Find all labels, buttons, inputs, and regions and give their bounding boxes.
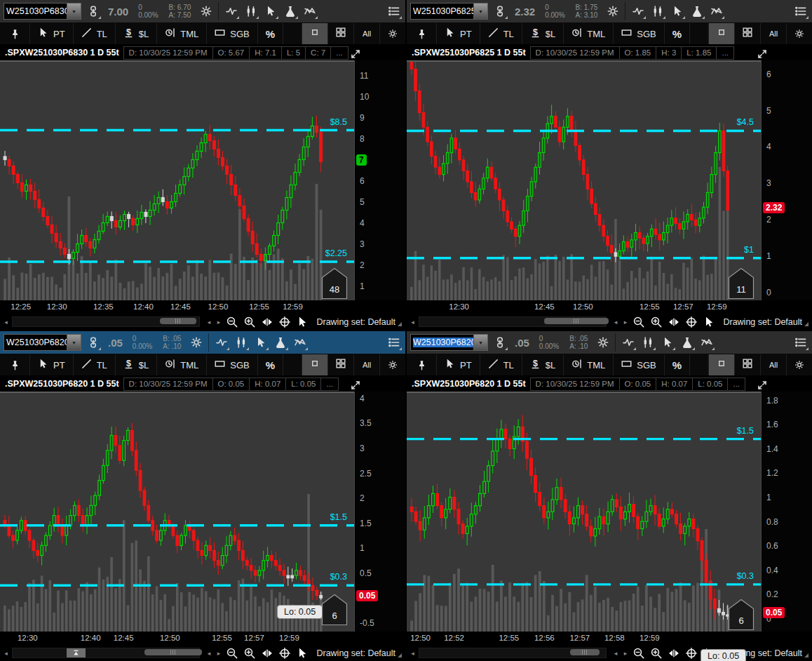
drawing-tool-tl[interactable]: TL — [74, 354, 116, 375]
crosshair-icon[interactable] — [684, 646, 699, 661]
scrollbar-track[interactable] — [12, 316, 200, 327]
zoom-in-icon[interactable] — [242, 314, 257, 330]
grid-layout-button[interactable] — [734, 23, 760, 44]
jump-to-start-button[interactable] — [67, 648, 86, 657]
gear-icon[interactable] — [603, 2, 622, 21]
analysis-flask-icon[interactable] — [271, 333, 290, 352]
candlestick-chart[interactable] — [407, 62, 761, 300]
chart-style-candle-icon[interactable] — [648, 2, 667, 21]
price-axis[interactable]: 65432102.32 — [761, 60, 812, 300]
drawing-tool-sgb[interactable]: SGB — [614, 23, 664, 44]
symbol-field[interactable]: W251030P6820 — [4, 334, 67, 351]
drawing-tool-tml[interactable]: TML — [564, 354, 614, 375]
pan-left-arrow[interactable]: ◂ — [611, 319, 619, 326]
symbol-input[interactable]: W251030P6830▼ — [4, 3, 81, 20]
pan-right-arrow[interactable]: ▸ — [621, 319, 629, 326]
zoom-in-icon[interactable] — [649, 314, 664, 330]
symbol-dropdown-button[interactable]: ▼ — [473, 334, 488, 351]
chart-style-candle-icon[interactable] — [241, 2, 260, 21]
pointer-cursor-icon[interactable] — [295, 314, 310, 330]
all-button[interactable]: All — [353, 354, 379, 375]
toolbar-gear-icon[interactable] — [379, 23, 405, 44]
scroll-left-arrow[interactable]: ◂ — [409, 650, 417, 657]
analysis-flask-icon[interactable] — [687, 2, 706, 21]
link-icon[interactable] — [490, 333, 509, 352]
drawing-tool-l[interactable]: $$L — [116, 354, 157, 375]
pan-left-arrow[interactable]: ◂ — [611, 650, 619, 657]
grid-layout-button[interactable] — [734, 354, 760, 375]
zoom-out-icon[interactable] — [224, 314, 240, 330]
studies-icon[interactable] — [618, 333, 637, 352]
symbol-dropdown-button[interactable]: ▼ — [473, 3, 488, 20]
chart-style-candle-icon[interactable] — [638, 333, 657, 352]
cursor-tool-icon[interactable] — [261, 2, 280, 21]
drawing-tool-pt[interactable]: PT — [437, 354, 480, 375]
pattern-tool-icon[interactable] — [707, 2, 726, 21]
symbol-field[interactable]: W251030P6820 — [410, 334, 473, 351]
price-axis[interactable]: 1.81.61.41.210.80.60.40.200.05 — [761, 392, 812, 632]
drawing-tool-l[interactable]: $$L — [522, 354, 564, 375]
drawing-tool-tml[interactable]: TML — [157, 354, 207, 375]
gear-icon[interactable] — [196, 2, 215, 21]
drawing-set-selector[interactable]: Drawing set: Default — [316, 317, 402, 327]
studies-icon[interactable] — [222, 2, 241, 21]
toolbar-gear-icon[interactable] — [786, 23, 812, 44]
all-button[interactable]: All — [760, 354, 786, 375]
scroll-left-arrow[interactable]: ◂ — [2, 319, 10, 326]
pan-right-arrow[interactable]: ▸ — [621, 650, 629, 657]
scrollbar-thumb[interactable] — [544, 318, 609, 324]
drawing-set-selector[interactable]: Drawing set: Default — [723, 317, 808, 327]
grid-layout-button[interactable] — [327, 23, 353, 44]
crosshair-icon[interactable] — [277, 314, 292, 330]
zoom-in-icon[interactable] — [649, 646, 664, 661]
menu-list-icon[interactable] — [384, 2, 403, 21]
pan-right-arrow[interactable]: ▸ — [215, 319, 222, 326]
drawing-tool-l[interactable]: $$L — [522, 23, 564, 44]
drawing-tool-sgb[interactable]: SGB — [614, 354, 664, 375]
drawing-tool-tml[interactable]: TML — [564, 23, 614, 44]
gear-icon[interactable] — [187, 333, 205, 352]
pointer-cursor-icon[interactable] — [701, 314, 717, 330]
symbol-input[interactable]: W251030P6820▼ — [4, 334, 81, 351]
drawing-tool-l[interactable]: $$L — [116, 23, 157, 44]
zoom-out-icon[interactable] — [631, 646, 647, 661]
pan-left-arrow[interactable]: ◂ — [205, 319, 212, 326]
pattern-tool-icon[interactable] — [300, 2, 319, 21]
link-icon[interactable] — [83, 2, 102, 21]
link-icon[interactable] — [490, 2, 509, 21]
scroll-left-arrow[interactable]: ◂ — [409, 319, 417, 326]
toolbar-gear-icon[interactable] — [379, 354, 405, 375]
price-axis[interactable]: 1110986543217 — [354, 60, 405, 300]
symbol-input[interactable]: W251030P6820▼ — [410, 334, 488, 351]
all-button[interactable]: All — [353, 23, 379, 44]
single-chart-button[interactable] — [708, 23, 734, 44]
drawing-tool-[interactable]: % — [258, 354, 283, 375]
drawing-tool-tl[interactable]: TL — [74, 23, 116, 44]
pattern-tool-icon[interactable] — [290, 333, 309, 352]
scrollbar-thumb[interactable] — [570, 649, 600, 655]
pan-left-arrow[interactable]: ◂ — [205, 650, 212, 657]
symbol-field[interactable]: W251030P6825 — [410, 3, 473, 20]
analysis-flask-icon[interactable] — [677, 333, 696, 352]
single-chart-button[interactable] — [302, 354, 327, 375]
drawing-tool-[interactable]: % — [665, 354, 690, 375]
analysis-flask-icon[interactable] — [280, 2, 299, 21]
crosshair-icon[interactable] — [277, 646, 292, 661]
fit-width-icon[interactable] — [259, 646, 275, 661]
drawing-tool-sgb[interactable]: SGB — [207, 354, 257, 375]
candlestick-chart[interactable] — [0, 62, 354, 300]
cursor-tool-icon[interactable] — [668, 2, 686, 21]
pan-right-arrow[interactable]: ▸ — [215, 650, 222, 657]
pin-icon[interactable] — [407, 354, 437, 375]
price-plot[interactable]: $1.5$0.36Lo: 0.05 — [0, 392, 354, 632]
zoom-in-icon[interactable] — [242, 646, 257, 661]
drawing-tool-sgb[interactable]: SGB — [207, 23, 257, 44]
zoom-out-icon[interactable] — [224, 646, 240, 661]
drawing-tool-pt[interactable]: PT — [30, 354, 74, 375]
studies-icon[interactable] — [628, 2, 647, 21]
price-plot[interactable]: $8.5$2.2548 — [0, 60, 354, 300]
pin-icon[interactable] — [0, 354, 30, 375]
drawing-tool-tml[interactable]: TML — [157, 23, 207, 44]
drawing-tool-[interactable]: % — [665, 23, 690, 44]
zoom-out-icon[interactable] — [631, 314, 647, 330]
